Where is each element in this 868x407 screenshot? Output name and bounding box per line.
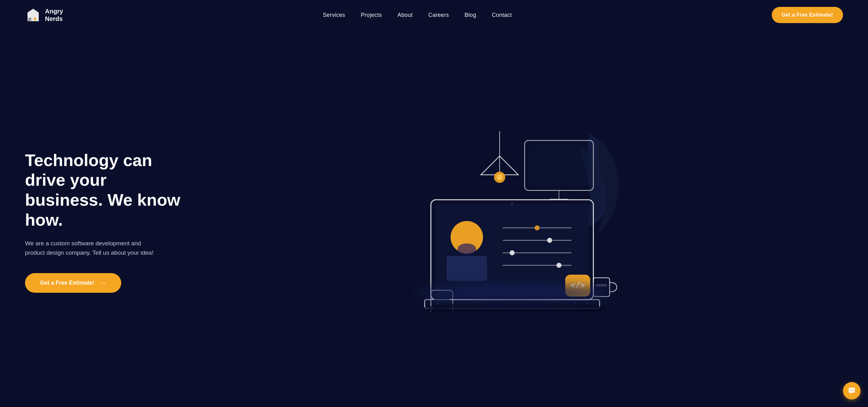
svg-point-11 [511, 202, 514, 205]
svg-rect-14 [446, 256, 487, 281]
logo[interactable]: Angry Nerds [25, 7, 63, 23]
chat-icon [847, 386, 856, 395]
hero-content: Technology can drive your business. We k… [25, 150, 187, 293]
svg-point-18 [547, 238, 552, 243]
nav-item-careers[interactable]: Careers [428, 12, 449, 19]
main-nav: Services Projects About Careers Blog Con… [323, 12, 512, 19]
nav-item-services[interactable]: Services [323, 12, 345, 19]
hero-cta-button[interactable]: Get a Free Estimate! → [25, 273, 121, 293]
illustration-container: </> [406, 131, 625, 312]
ground-shadow [418, 284, 612, 303]
logo-icon [25, 7, 41, 23]
hero-title: Technology can drive your business. We k… [25, 150, 187, 230]
nav-item-about[interactable]: About [398, 12, 413, 19]
svg-point-22 [556, 263, 561, 268]
logo-text: Angry Nerds [45, 7, 63, 23]
svg-point-48 [851, 390, 852, 391]
hero-illustration: </> [187, 128, 843, 315]
nav-item-projects[interactable]: Projects [361, 12, 382, 19]
svg-point-20 [509, 250, 515, 255]
svg-point-47 [850, 390, 851, 391]
hero-subtitle: We are a custom software development and… [25, 239, 162, 258]
nav-item-contact[interactable]: Contact [492, 12, 512, 19]
svg-rect-26 [596, 284, 607, 286]
svg-point-16 [535, 225, 539, 230]
header-cta-button[interactable]: Get a Free Estimate! [772, 7, 843, 23]
svg-point-4 [496, 174, 503, 180]
chat-widget-button[interactable] [843, 382, 861, 400]
svg-point-13 [458, 243, 476, 255]
hero-section: Technology can drive your business. We k… [0, 30, 868, 407]
site-header: Angry Nerds Services Projects About Care… [0, 0, 868, 30]
svg-rect-6 [529, 145, 589, 186]
svg-point-49 [853, 390, 854, 391]
nav-item-blog[interactable]: Blog [465, 12, 476, 19]
arrow-icon: → [100, 279, 106, 286]
